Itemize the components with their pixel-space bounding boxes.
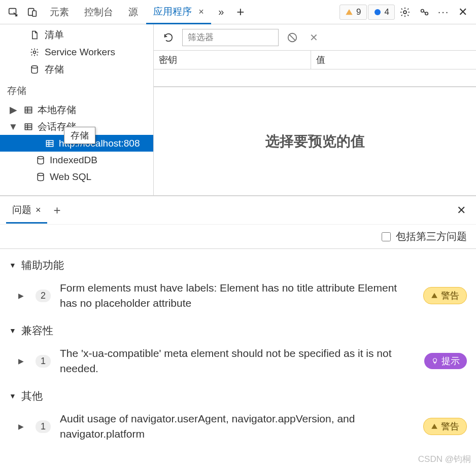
watermark: CSDN @钧桐 [418,453,471,465]
warning-icon [431,292,438,299]
application-panel: 清单 Service Workers 存储 存储 ▶ 本地存储 存储 ▼ 会话存… [0,24,476,196]
sidebar-item-manifest[interactable]: 清单 [0,26,153,44]
include-third-party-checkbox[interactable] [382,232,391,241]
issue-message: Form elements must have labels: Element … [60,280,414,311]
svg-point-22 [38,173,44,175]
storage-content: ✕ 密钥 值 选择要预览的值 [154,24,476,195]
issue-row[interactable]: ▶ 1 Audit usage of navigator.userAgent, … [0,406,476,447]
issue-row[interactable]: ▶ 1 The 'x-ua-compatible' meta element s… [0,341,476,382]
close-icon[interactable]: × [36,205,41,215]
table-icon [23,122,33,132]
drawer-new-tab-icon[interactable]: + [47,203,67,218]
issue-category-accessibility[interactable]: ▼ 辅助功能 [0,251,476,275]
column-key[interactable]: 密钥 [154,51,311,69]
issue-message: The 'x-ua-compatible' meta element shoul… [60,346,415,377]
chevron-right-icon: ▶ [18,422,26,430]
issue-count-badge: 1 [36,355,51,368]
chevron-right-icon: ▶ [18,292,26,300]
svg-rect-2 [32,11,36,16]
sidebar-section-storage: 存储 [0,80,153,101]
svg-rect-13 [25,124,31,130]
svg-rect-17 [46,140,53,147]
svg-point-5 [421,9,424,12]
more-menu-icon[interactable]: ··· [434,3,453,21]
issue-message: Audit usage of navigator.userAgent, navi… [60,411,414,442]
drawer-close-icon[interactable]: ✕ [453,200,470,221]
svg-line-24 [289,34,296,41]
issues-options-bar: 包括第三方问题 [0,225,476,249]
close-devtools-icon[interactable]: ✕ [454,3,472,21]
preview-placeholder: 选择要预览的值 [154,87,476,195]
tree-local-storage[interactable]: ▶ 本地存储 [0,101,153,118]
activity-icon[interactable] [415,3,433,21]
tab-application[interactable]: 应用程序 × [146,0,211,24]
tree-item-label: IndexedDB [50,155,97,166]
tab-elements[interactable]: 元素 [43,1,76,23]
column-value[interactable]: 值 [311,51,476,69]
clear-all-icon[interactable] [285,30,300,45]
issue-severity-tag: 提示 [424,353,467,369]
drawer-panel: 问题 × + ✕ 包括第三方问题 ▼ 辅助功能 ▶ 2 Form element… [0,196,476,447]
settings-gear-icon[interactable] [396,3,414,21]
refresh-icon[interactable] [161,30,176,45]
storage-table-header: 密钥 值 [154,51,476,69]
warning-icon [431,423,438,430]
table-icon [23,105,33,115]
include-third-party-label: 包括第三方问题 [396,230,467,243]
svg-rect-0 [9,8,16,14]
drawer-tab-issues[interactable]: 问题 × [6,197,47,224]
sidebar-item-storage[interactable]: 存储 [0,61,153,78]
tree-indexeddb[interactable]: IndexedDB [0,152,153,168]
issue-category-label: 其他 [21,389,43,403]
issue-category-other[interactable]: ▼ 其他 [0,382,476,406]
issue-severity-tag: 警告 [423,418,467,435]
tab-console[interactable]: 控制台 [77,1,120,23]
inspect-element-icon[interactable] [4,3,22,21]
tree-item-label: 本地存储 [38,103,76,117]
delete-selected-icon[interactable]: ✕ [306,30,321,45]
storage-table-body[interactable] [154,69,476,87]
svg-point-7 [33,51,36,54]
issue-count-badge: 2 [36,290,51,302]
chevron-down-icon: ▼ [9,327,16,335]
tree-websql[interactable]: Web SQL [0,168,153,185]
chevron-down-icon: ▼ [9,392,16,400]
gear-icon [29,47,40,57]
drawer-tab-strip: 问题 × + ✕ [0,196,476,225]
sidebar-item-label: Service Workers [45,47,115,58]
tab-sources[interactable]: 源 [121,1,145,23]
svg-point-8 [31,66,38,68]
storage-toolbar: ✕ [154,24,476,51]
issue-row[interactable]: ▶ 2 Form elements must have labels: Elem… [0,275,476,316]
database-icon [36,155,46,165]
more-tabs-icon[interactable]: » [212,3,230,21]
filter-input[interactable] [182,29,279,46]
sidebar-item-label: 存储 [45,63,64,76]
lightbulb-icon [431,357,438,365]
warn-count: 9 [356,7,361,17]
document-icon [29,30,40,40]
toggle-device-toolbar-icon[interactable] [23,3,42,21]
issues-list: ▼ 辅助功能 ▶ 2 Form elements must have label… [0,249,476,447]
chevron-right-icon: ▶ [7,104,19,116]
issue-severity-tag: 警告 [423,287,467,304]
chevron-down-icon: ▼ [7,121,19,132]
tooltip: 存储 [64,127,95,144]
drawer-tab-label: 问题 [12,203,31,217]
close-icon[interactable]: × [198,7,204,17]
sidebar-item-service-workers[interactable]: Service Workers [0,44,153,61]
issue-category-label: 辅助功能 [21,258,64,272]
issues-warn-badge[interactable]: 9 [339,5,366,20]
devtools-tab-strip: 元素 控制台 源 应用程序 × » + 9 4 ··· ✕ [0,0,476,24]
svg-point-6 [425,12,428,15]
chevron-down-icon: ▼ [9,261,16,269]
issue-category-compatibility[interactable]: ▼ 兼容性 [0,316,476,341]
chevron-right-icon: ▶ [18,357,26,365]
tree-item-label: Web SQL [50,171,91,183]
issues-info-badge[interactable]: 4 [368,5,395,20]
tab-application-label: 应用程序 [153,6,192,17]
table-icon [45,138,55,149]
database-icon [36,172,46,182]
issue-count-badge: 1 [36,420,51,433]
new-tab-icon[interactable]: + [231,3,250,21]
